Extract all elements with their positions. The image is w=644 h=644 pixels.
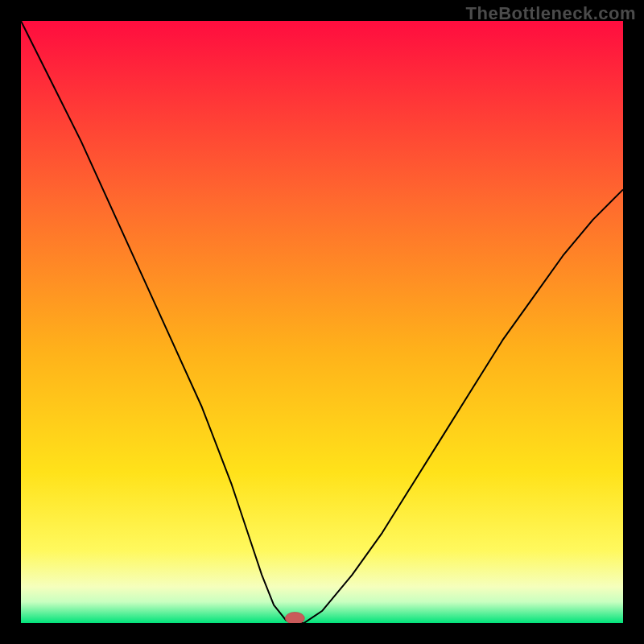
gradient-background bbox=[21, 21, 623, 623]
plot-area bbox=[21, 21, 623, 623]
chart-frame: TheBottleneck.com bbox=[0, 0, 644, 644]
bottleneck-chart bbox=[21, 21, 623, 623]
optimum-marker bbox=[285, 613, 304, 623]
